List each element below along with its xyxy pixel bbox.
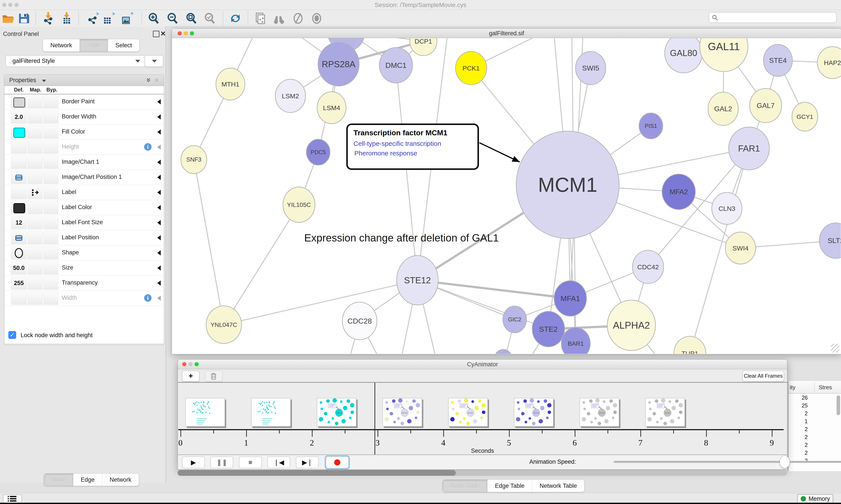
expand-property-icon[interactable]	[157, 205, 161, 210]
zoom-in-icon[interactable]	[148, 12, 160, 24]
annotation-link-2[interactable]: Pheromone response	[354, 149, 417, 157]
play-button[interactable]: ▶	[182, 456, 205, 468]
default-value[interactable]: 50.0	[11, 265, 26, 271]
open-session-file-icon[interactable]	[254, 12, 267, 24]
tab-node-table[interactable]: Node Table	[443, 480, 487, 492]
table-cell[interactable]: 2	[790, 410, 808, 417]
stop-button[interactable]: ■	[239, 456, 262, 468]
task-history-button[interactable]	[3, 494, 22, 503]
tab-network-table[interactable]: Network Table	[532, 480, 585, 492]
export-image-icon[interactable]	[121, 12, 133, 24]
search-binoculars-icon[interactable]	[272, 12, 285, 24]
network-edge[interactable]	[224, 205, 299, 325]
expand-property-icon[interactable]	[157, 129, 161, 134]
info-icon[interactable]: i	[144, 143, 151, 151]
zoom-fit-icon[interactable]	[185, 12, 198, 24]
property-row-border-width[interactable]: 2.0Border Width	[4, 109, 164, 125]
table-cell[interactable]: 2	[790, 442, 808, 448]
default-value[interactable]: 12	[11, 219, 26, 226]
frame-thumbnail-4[interactable]: MCM1	[448, 398, 488, 427]
property-row-fill-color[interactable]: Fill Color	[4, 125, 164, 140]
expand-all-icon[interactable]: »	[145, 78, 153, 82]
property-row-label-font-size[interactable]: 12Label Font Size	[4, 215, 164, 230]
scrollbar-thumb[interactable]	[178, 470, 456, 476]
tab-style[interactable]: Style	[79, 39, 108, 51]
frame-thumbnail-1[interactable]	[251, 398, 291, 427]
cyanimator-titlebar[interactable]: CyAnimator	[178, 360, 787, 370]
resize-grip[interactable]	[831, 344, 839, 353]
table-cell[interactable]: 26	[790, 395, 808, 401]
frame-thumbnail-7[interactable]: MCM1	[645, 398, 685, 427]
expand-property-icon[interactable]	[157, 281, 161, 286]
expand-property-icon[interactable]	[157, 265, 161, 271]
tab-edge[interactable]: Edge	[73, 473, 102, 486]
expand-property-icon[interactable]	[157, 295, 161, 301]
collapse-all-icon[interactable]: «	[153, 78, 162, 82]
column-header-stress[interactable]: Stres	[819, 384, 832, 391]
column-header-clipped[interactable]: ity	[790, 384, 795, 391]
property-row-transparency[interactable]: 255Transparency	[4, 276, 164, 291]
add-frame-button[interactable]: +	[182, 371, 199, 382]
expand-property-icon[interactable]	[157, 250, 161, 255]
property-row-size[interactable]: 50.0Size	[4, 260, 164, 276]
property-row-label-color[interactable]: Label Color	[4, 200, 164, 215]
expand-property-icon[interactable]	[157, 99, 161, 105]
close-panel-icon[interactable]: ✕	[160, 30, 166, 37]
export-network-icon[interactable]	[87, 12, 99, 24]
property-row-label-position[interactable]: Label Position	[4, 230, 164, 246]
table-cell[interactable]: 2	[790, 450, 808, 456]
frame-thumbnail-6[interactable]: MCM1	[580, 398, 619, 427]
skip-to-end-button[interactable]: ▶❘	[296, 456, 319, 468]
save-session-icon[interactable]	[18, 12, 30, 24]
tab-edge-table[interactable]: Edge Table	[487, 480, 532, 492]
properties-header[interactable]: Properties » «	[4, 75, 164, 86]
property-row-border-paint[interactable]: Border Paint	[4, 94, 164, 109]
tab-network[interactable]: Network	[43, 39, 79, 51]
frame-thumbnail-0[interactable]	[185, 398, 225, 427]
table-cell[interactable]: 1	[790, 418, 808, 425]
memory-button[interactable]: Memory	[797, 494, 833, 503]
network-edge[interactable]	[224, 280, 417, 325]
zoom-selected-icon[interactable]	[204, 12, 216, 24]
expand-property-icon[interactable]	[157, 220, 161, 225]
horizontal-scrollbar[interactable]	[178, 470, 787, 476]
network-node-nBot[interactable]	[494, 349, 513, 354]
tab-network-bottom[interactable]: Network	[102, 473, 139, 486]
hide-details-icon[interactable]	[292, 12, 304, 24]
zoom-out-icon[interactable]	[166, 12, 179, 24]
annotation-link-1[interactable]: Cell-type-specific transcription	[354, 140, 441, 147]
expand-property-icon[interactable]	[157, 144, 161, 150]
table-cell[interactable]: 2	[790, 434, 808, 440]
delete-frame-button[interactable]	[205, 371, 222, 382]
lock-size-checkbox[interactable]: ✓	[8, 331, 16, 339]
animation-speed-slider[interactable]	[614, 461, 841, 463]
timeline-area[interactable]: MCM1MCM1MCM1MCM1MCM1MCM1 0123456789 Seco…	[178, 383, 787, 455]
show-details-icon[interactable]	[310, 12, 323, 24]
import-network-icon[interactable]	[42, 12, 54, 24]
float-panel-icon[interactable]	[153, 31, 159, 37]
search-input[interactable]	[709, 12, 837, 23]
network-titlebar[interactable]: galFiltered.sif	[172, 29, 841, 38]
default-swatch[interactable]	[13, 128, 25, 138]
slider-knob[interactable]	[780, 456, 790, 468]
export-table-icon[interactable]	[103, 12, 115, 24]
refresh-view-icon[interactable]	[229, 12, 241, 24]
property-row-label[interactable]: Label	[4, 185, 164, 200]
table-cell[interactable]: 2	[790, 426, 808, 432]
expand-property-icon[interactable]	[157, 114, 161, 120]
expand-property-icon[interactable]	[157, 190, 161, 195]
property-row-image-chart-position-1[interactable]: Image/Chart Position 1	[4, 170, 164, 185]
tab-node[interactable]: Node	[44, 473, 73, 486]
default-swatch[interactable]	[13, 97, 25, 108]
table-cell[interactable]: 25	[790, 402, 808, 409]
default-swatch[interactable]	[13, 203, 25, 213]
property-row-image-chart-1[interactable]: Image/Chart 1	[4, 155, 164, 170]
annotation-box[interactable]: Transcription factor MCM1 Cell-type-spec…	[346, 124, 479, 170]
expand-property-icon[interactable]	[157, 175, 161, 180]
open-session-icon[interactable]	[2, 12, 14, 24]
network-canvas[interactable]: RPS28ADCP1DMC1PCK1MTH1LSM2LSM4SNF3PDC5YI…	[172, 38, 841, 354]
skip-to-start-button[interactable]: ❘◀	[267, 456, 290, 468]
info-icon[interactable]: i	[144, 294, 151, 302]
pause-button[interactable]: ❚❚	[211, 456, 233, 468]
default-value[interactable]: 255	[11, 280, 26, 287]
